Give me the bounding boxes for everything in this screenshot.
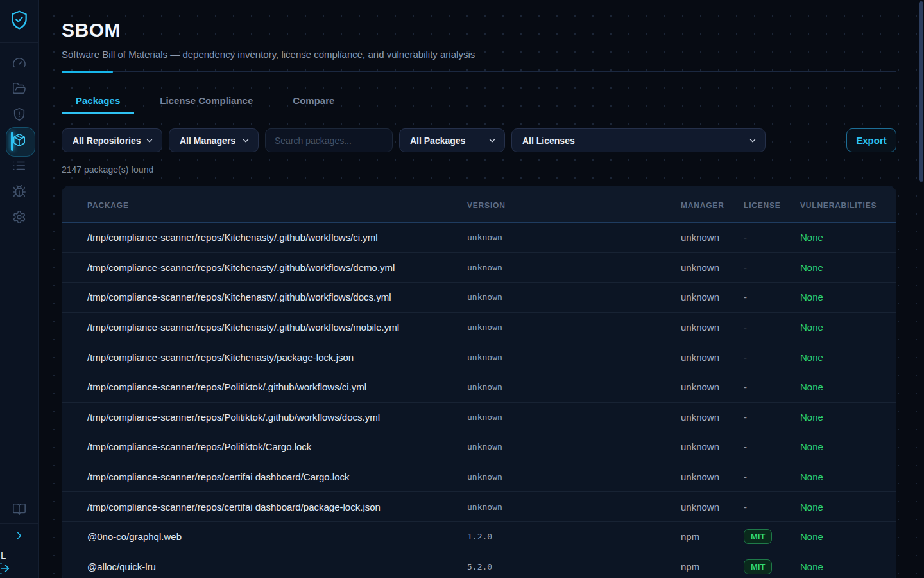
results-count: 2147 package(s) found — [62, 164, 896, 175]
main-panel: SBOM Software Bill of Materials — depend… — [39, 0, 924, 578]
package-vulnerabilities: None — [800, 441, 896, 452]
table-row[interactable]: /tmp/compliance-scanner/repos/Politiktok… — [62, 403, 896, 433]
table-row[interactable]: @0no-co/graphql.web 1.2.0 npm MIT None — [62, 522, 896, 552]
sidebar-item-sbom[interactable] — [0, 128, 38, 154]
package-path: @alloc/quick-lru — [87, 561, 467, 572]
package-path: @0no-co/graphql.web — [87, 531, 467, 542]
gauge-icon — [12, 56, 26, 73]
package-license: - — [744, 441, 800, 452]
package-version: unknown — [467, 292, 681, 302]
app-logo[interactable] — [0, 0, 38, 43]
chevron-down-icon — [748, 136, 757, 145]
package-license: - — [744, 322, 800, 333]
table-body: /tmp/compliance-scanner/repos/Kitchenast… — [62, 223, 896, 578]
package-version: 1.2.0 — [467, 532, 681, 541]
chevron-down-icon — [488, 136, 497, 145]
package-vulnerabilities: None — [800, 232, 896, 243]
tab-compare[interactable]: Compare — [278, 89, 348, 114]
package-version: unknown — [467, 382, 681, 392]
package-license: - — [744, 381, 800, 392]
tab-bar: Packages License Compliance Compare — [62, 89, 896, 114]
sidebar-item-vulnerabilities[interactable] — [0, 180, 38, 206]
shield-check-icon — [9, 10, 30, 33]
package-path: /tmp/compliance-scanner/repos/certifai d… — [87, 471, 467, 482]
sidebar-item-repositories[interactable] — [0, 77, 38, 103]
package-filter-value: All Packages — [410, 136, 465, 146]
export-button[interactable]: Export — [846, 128, 896, 152]
package-license: MIT — [744, 529, 800, 544]
package-manager: unknown — [681, 502, 744, 512]
chevron-right-icon — [13, 530, 25, 544]
sidebar-item-dashboard[interactable] — [0, 51, 38, 77]
package-manager: unknown — [681, 322, 744, 333]
package-vulnerabilities: None — [800, 531, 896, 542]
package-manager: unknown — [681, 232, 744, 243]
table-row[interactable]: /tmp/compliance-scanner/repos/certifai d… — [62, 462, 896, 493]
package-license: - — [744, 502, 800, 512]
package-version: 5.2.0 — [467, 562, 681, 572]
list-icon — [12, 159, 26, 175]
package-path: /tmp/compliance-scanner/repos/Kitchenast… — [87, 352, 467, 363]
package-filter-select[interactable]: All Packages — [399, 128, 505, 152]
vertical-scrollbar[interactable] — [919, 1, 923, 182]
table-row[interactable]: /tmp/compliance-scanner/repos/Kitchenast… — [62, 223, 896, 253]
sidebar — [0, 0, 39, 578]
manager-filter-select[interactable]: All Managers — [169, 128, 259, 152]
table-row[interactable]: /tmp/compliance-scanner/repos/Kitchenast… — [62, 283, 896, 313]
table-row[interactable]: /tmp/compliance-scanner/repos/Politiktok… — [62, 432, 896, 462]
package-version: unknown — [467, 263, 681, 272]
package-version: unknown — [467, 412, 681, 422]
logout-tooltip-text: L — [1, 550, 6, 561]
license-filter-select[interactable]: All Licenses — [511, 128, 766, 152]
table-row[interactable]: /tmp/compliance-scanner/repos/certifai d… — [62, 492, 896, 522]
package-version: unknown — [467, 502, 681, 512]
package-path: /tmp/compliance-scanner/repos/Kitchenast… — [87, 292, 467, 302]
package-license: - — [744, 292, 800, 302]
table-row[interactable]: /tmp/compliance-scanner/repos/Politiktok… — [62, 372, 896, 403]
license-value: - — [744, 322, 747, 333]
package-path: /tmp/compliance-scanner/repos/Kitchenast… — [87, 232, 467, 243]
tab-packages[interactable]: Packages — [62, 89, 134, 114]
package-vulnerabilities: None — [800, 412, 896, 423]
tab-license-compliance[interactable]: License Compliance — [146, 89, 267, 114]
sidebar-nav — [0, 51, 38, 231]
sidebar-item-inventory[interactable] — [0, 154, 38, 180]
gear-icon — [12, 210, 26, 227]
sidebar-item-docs[interactable] — [0, 498, 38, 523]
license-value: - — [744, 232, 747, 243]
license-value: - — [744, 441, 747, 452]
logout-icon[interactable] — [0, 561, 10, 578]
table-row[interactable]: @alloc/quick-lru 5.2.0 npm MIT None — [62, 552, 896, 578]
package-license: - — [744, 412, 800, 423]
column-header-manager: MANAGER — [681, 201, 744, 210]
package-version: unknown — [467, 232, 681, 242]
packages-table: PACKAGE VERSION MANAGER LICENSE VULNERAB… — [62, 186, 896, 578]
table-row[interactable]: /tmp/compliance-scanner/repos/Kitchenast… — [62, 342, 896, 372]
package-manager: unknown — [681, 471, 744, 482]
package-icon — [12, 133, 26, 150]
table-row[interactable]: /tmp/compliance-scanner/repos/Kitchenast… — [62, 253, 896, 283]
chevron-down-icon — [241, 136, 250, 145]
page-subtitle: Software Bill of Materials — dependency … — [62, 49, 896, 60]
table-row[interactable]: /tmp/compliance-scanner/repos/Kitchenast… — [62, 313, 896, 343]
bug-icon — [12, 184, 26, 201]
package-license: MIT — [744, 559, 800, 574]
column-header-package: PACKAGE — [87, 201, 467, 210]
column-header-version: VERSION — [467, 201, 681, 210]
sidebar-collapse-button[interactable] — [0, 524, 38, 550]
package-path: /tmp/compliance-scanner/repos/Politiktok… — [87, 381, 467, 392]
sidebar-item-settings[interactable] — [0, 206, 38, 231]
package-vulnerabilities: None — [800, 561, 896, 572]
package-license: - — [744, 262, 800, 273]
package-vulnerabilities: None — [800, 262, 896, 273]
package-version: unknown — [467, 322, 681, 332]
repository-filter-value: All Repositories — [73, 136, 141, 146]
package-vulnerabilities: None — [800, 292, 896, 302]
repository-filter-select[interactable]: All Repositories — [62, 128, 162, 152]
manager-filter-value: All Managers — [180, 136, 235, 146]
search-input[interactable] — [265, 128, 393, 152]
package-manager: unknown — [681, 441, 744, 452]
sidebar-item-security[interactable] — [0, 103, 38, 128]
package-vulnerabilities: None — [800, 471, 896, 482]
package-manager: npm — [681, 561, 744, 572]
